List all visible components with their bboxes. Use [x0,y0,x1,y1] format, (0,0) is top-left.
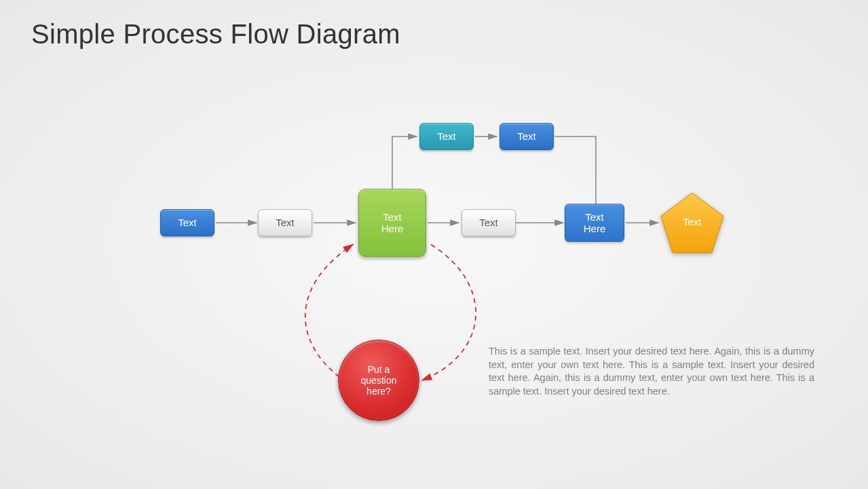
branch-green-up [392,137,417,189]
dashed-green-to-circle [422,244,476,380]
top-teal-box: Text [419,123,474,150]
main-gray-2: Text [461,209,516,236]
diagram-canvas: Text Text Text Text Text Here Text Text … [0,0,868,489]
main-pentagon: Text [660,192,725,253]
question-circle: Put a question here? [338,340,419,421]
main-green-box: Text Here [358,189,426,257]
top-blue-box: Text [499,123,554,150]
main-blue-1: Text [160,209,214,236]
main-gray-1: Text [258,209,312,236]
pentagon-label: Text [683,216,702,228]
connector-layer [0,0,868,489]
sample-paragraph: This is a sample text. Insert your desir… [489,345,814,398]
main-blue-2: Text Here [565,204,624,242]
